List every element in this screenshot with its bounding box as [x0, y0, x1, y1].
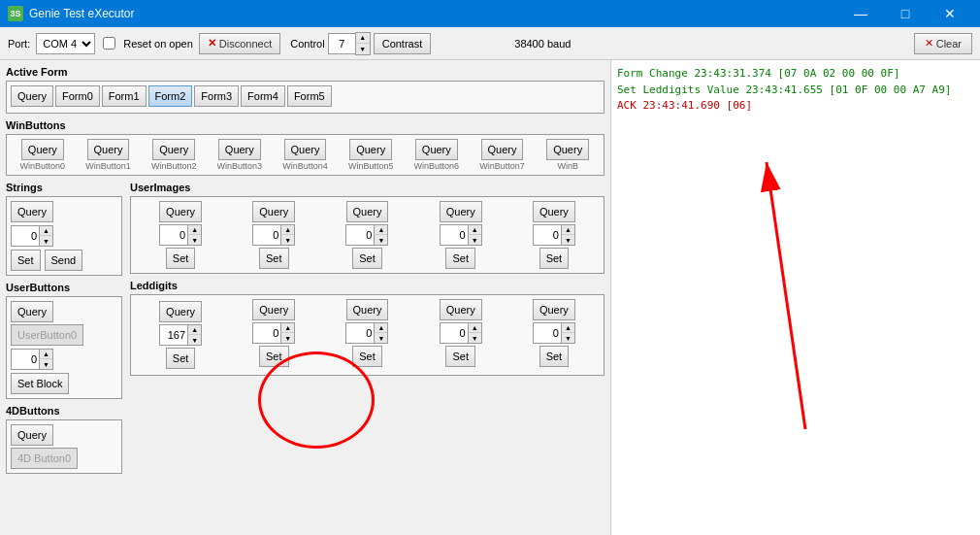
active-form-form3[interactable]: Form3 [194, 85, 239, 107]
left-lower-col: Strings Query ▲ ▼ [6, 182, 122, 480]
userbuttons-spin-down[interactable]: ▼ [39, 359, 52, 369]
ld-dn-2[interactable]: ▼ [374, 333, 387, 343]
ui-spinner-1: ▲▼ [252, 224, 295, 246]
active-form-form0[interactable]: Form0 [55, 85, 100, 107]
ld-val-0[interactable] [160, 325, 187, 345]
strings-set-button[interactable]: Set [11, 250, 41, 271]
strings-send-button[interactable]: Send [45, 250, 83, 271]
ui-val-3[interactable] [441, 225, 468, 245]
ld-query-2[interactable]: Query [346, 299, 389, 320]
ui-query-0[interactable]: Query [159, 201, 202, 222]
ld-val-4[interactable] [534, 323, 561, 343]
ui-query-1[interactable]: Query [252, 201, 295, 222]
ld-up-2[interactable]: ▲ [374, 323, 387, 333]
wb-query-1[interactable]: Query [87, 139, 130, 160]
ui-up-4[interactable]: ▲ [561, 225, 574, 235]
wb-query-0[interactable]: Query [21, 139, 64, 160]
ui-dn-0[interactable]: ▼ [187, 235, 201, 245]
close-button[interactable]: ✕ [928, 0, 972, 27]
ld-set-2[interactable]: Set [352, 346, 382, 367]
ld-dn-3[interactable]: ▼ [468, 333, 481, 343]
ld-up-1[interactable]: ▲ [280, 323, 294, 333]
wb-query-3[interactable]: Query [218, 139, 261, 160]
ld-dn-4[interactable]: ▼ [561, 333, 574, 343]
log-line-2: ACK 23:43:41.690 [06] [617, 98, 974, 115]
strings-query[interactable]: Query [11, 201, 53, 222]
ui-dn-1[interactable]: ▼ [280, 235, 294, 245]
control-spin-up[interactable]: ▲ [356, 33, 370, 44]
strings-spin-up[interactable]: ▲ [39, 226, 52, 236]
userbuttons-spinner: ▲ ▼ [11, 349, 53, 370]
strings-title: Strings [6, 182, 122, 193]
ui-cell-0: Query ▲▼ Set [135, 201, 226, 269]
ld-query-4[interactable]: Query [533, 299, 575, 320]
ld-dn-1[interactable]: ▼ [280, 333, 294, 343]
ld-up-0[interactable]: ▲ [187, 325, 201, 335]
ld-dn-0[interactable]: ▼ [187, 335, 201, 345]
reset-on-open-checkbox[interactable] [103, 37, 115, 50]
ui-dn-2[interactable]: ▼ [374, 235, 387, 245]
port-select[interactable]: COM 4 [36, 33, 95, 54]
strings-spin-down[interactable]: ▼ [39, 236, 52, 246]
userbuttons-spin-up[interactable]: ▲ [39, 350, 52, 359]
contrast-button[interactable]: Contrast [374, 33, 432, 54]
wb-query-5[interactable]: Query [349, 139, 392, 160]
ui-up-0[interactable]: ▲ [187, 225, 201, 235]
ui-set-2[interactable]: Set [352, 248, 382, 269]
userbuttons-value-input[interactable] [12, 350, 39, 369]
wb-query-6[interactable]: Query [415, 139, 458, 160]
ld-val-3[interactable] [441, 323, 468, 343]
ld-set-0[interactable]: Set [166, 348, 196, 369]
ld-set-4[interactable]: Set [539, 346, 570, 367]
ld-up-4[interactable]: ▲ [561, 323, 574, 333]
ld-query-1[interactable]: Query [252, 299, 295, 320]
control-spin-down[interactable]: ▼ [356, 44, 370, 54]
strings-value-input[interactable] [12, 226, 39, 246]
wb-query-4[interactable]: Query [284, 139, 327, 160]
ui-val-0[interactable] [160, 225, 187, 245]
fourdbuttons-box: Query 4D Button0 [6, 419, 122, 474]
ui-cell-1: Query ▲▼ Set [228, 201, 319, 269]
userbuttons-setblock-button[interactable]: Set Block [11, 373, 69, 394]
ui-set-1[interactable]: Set [259, 248, 289, 269]
ld-up-3[interactable]: ▲ [468, 323, 481, 333]
ld-set-3[interactable]: Set [445, 346, 475, 367]
minimize-button[interactable]: — [838, 0, 883, 27]
ui-dn-3[interactable]: ▼ [468, 235, 481, 245]
ui-query-4[interactable]: Query [533, 201, 575, 222]
ui-set-0[interactable]: Set [166, 248, 196, 269]
ld-set-1[interactable]: Set [259, 346, 289, 367]
control-input[interactable] [328, 33, 355, 54]
ld-query-3[interactable]: Query [440, 299, 482, 320]
ui-up-1[interactable]: ▲ [280, 225, 294, 235]
ld-val-1[interactable] [253, 323, 280, 343]
ui-dn-4[interactable]: ▼ [561, 235, 574, 245]
ld-val-2[interactable] [346, 323, 374, 343]
ld-query-0[interactable]: Query [159, 301, 202, 322]
active-form-form2[interactable]: Form2 [148, 85, 193, 107]
maximize-button[interactable]: □ [883, 0, 928, 27]
wb-cell-5: Query WinButton5 [339, 139, 403, 171]
active-form-query[interactable]: Query [11, 85, 53, 107]
wb-query-8[interactable]: Query [546, 139, 589, 160]
active-form-form5[interactable]: Form5 [287, 85, 332, 107]
wb-query-7[interactable]: Query [481, 139, 524, 160]
ui-val-1[interactable] [253, 225, 280, 245]
strings-spinner: ▲ ▼ [11, 225, 53, 247]
ui-query-2[interactable]: Query [346, 201, 389, 222]
ui-up-2[interactable]: ▲ [374, 225, 387, 235]
active-form-form1[interactable]: Form1 [102, 85, 147, 107]
fourdbuttons-query[interactable]: Query [11, 424, 53, 446]
wb-query-2[interactable]: Query [152, 139, 195, 160]
ui-set-3[interactable]: Set [445, 248, 475, 269]
active-form-form4[interactable]: Form4 [241, 85, 285, 107]
disconnect-button[interactable]: ✕ Disconnect [199, 33, 280, 54]
ui-val-2[interactable] [346, 225, 374, 245]
ui-set-4[interactable]: Set [539, 248, 570, 269]
ui-up-3[interactable]: ▲ [468, 225, 481, 235]
userbuttons-query[interactable]: Query [11, 301, 53, 322]
ui-val-4[interactable] [534, 225, 561, 245]
log-line-1: Set Leddigits Value 23:43:41.655 [01 0F … [617, 83, 974, 99]
clear-button[interactable]: ✕ Clear [914, 33, 972, 54]
ui-query-3[interactable]: Query [440, 201, 482, 222]
